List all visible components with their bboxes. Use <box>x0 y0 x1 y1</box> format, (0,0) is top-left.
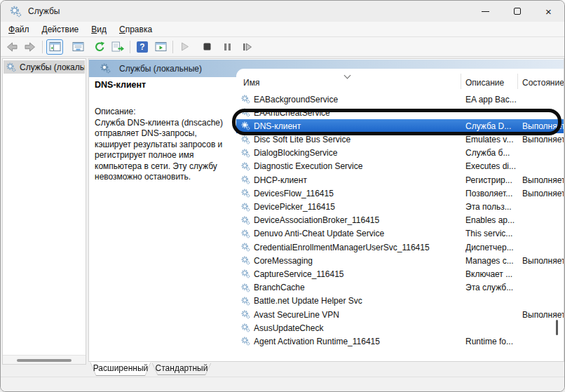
service-status: Выполняется <box>522 256 564 266</box>
menu-help-label: правка <box>125 25 152 34</box>
start-service-button[interactable] <box>177 39 193 55</box>
service-row[interactable]: DeviceAssociationBroker_116415 Enables a… <box>236 214 564 227</box>
service-row[interactable]: CoreMessaging Manages c... Выполняется <box>236 254 564 267</box>
maximize-button[interactable] <box>501 1 533 22</box>
export-list-button[interactable] <box>109 39 126 55</box>
service-description: Служба D... <box>465 121 519 131</box>
forward-button[interactable] <box>22 39 39 55</box>
service-name: CoreMessaging <box>254 256 463 266</box>
menu-action-label: ействие <box>48 25 79 34</box>
refresh-icon <box>94 41 106 53</box>
service-name: AsusUpdateCheck <box>254 323 463 333</box>
service-gear-icon <box>241 323 250 332</box>
service-description: Позволяет... <box>465 189 519 198</box>
service-name: DevicePicker_116415 <box>254 202 463 212</box>
service-row[interactable]: Battle.net Update Helper Svc <box>236 295 564 308</box>
show-console-tree-button[interactable] <box>46 39 63 55</box>
service-row[interactable]: Agent Activation Runtime_116415 Runtime … <box>236 334 564 348</box>
list-column-headers: Имя Описание Состояние <box>236 69 564 93</box>
console-tree-panel: Службы (локальные) <box>2 58 86 365</box>
pause-icon <box>224 43 231 51</box>
services-app-icon <box>10 6 22 18</box>
service-gear-icon <box>241 297 250 306</box>
close-button[interactable]: × <box>533 1 564 22</box>
tab-standard[interactable]: Стандартный <box>152 363 211 374</box>
close-icon: × <box>545 6 552 17</box>
menu-bar: Файл Действие Вид Справка <box>1 22 564 37</box>
pause-service-button[interactable] <box>219 39 236 55</box>
main-panel: Службы (локальные) DNS-клиент Описание: … <box>88 58 564 362</box>
tab-extended-label: Расширенный <box>93 363 149 373</box>
service-row[interactable]: EABackgroundService EA app Bac... <box>236 93 564 106</box>
stop-service-button[interactable] <box>198 39 215 55</box>
service-row[interactable]: Avast SecureLine VPN Выполняется <box>236 308 564 321</box>
back-arrow-icon <box>6 41 18 53</box>
menu-help[interactable]: Справка <box>113 22 158 36</box>
service-rows: EABackgroundService EA app Bac... EAAnti… <box>236 93 564 349</box>
service-name: CredentialEnrollmentManagerUserSvc_11641… <box>254 243 463 252</box>
service-name: DNS-клиент <box>254 121 463 131</box>
menu-file[interactable]: Файл <box>2 22 36 36</box>
properties-icon <box>72 41 84 52</box>
column-header-description[interactable]: Описание <box>465 78 515 88</box>
refresh-button[interactable] <box>91 39 108 55</box>
menu-view[interactable]: Вид <box>85 22 113 36</box>
action-pane-icon <box>155 41 167 52</box>
service-status: Выполняется <box>522 175 564 185</box>
service-description: Эта служб... <box>465 283 519 292</box>
service-gear-icon <box>241 243 250 252</box>
service-description: Runtime fo... <box>465 337 519 346</box>
menu-action[interactable]: Действие <box>36 22 86 36</box>
column-divider[interactable] <box>517 74 518 89</box>
service-name: EABackgroundService <box>254 95 463 104</box>
service-row[interactable]: Disc Soft Lite Bus Service Emulates v...… <box>236 133 564 147</box>
service-row[interactable]: AsusUpdateCheck <box>236 321 564 334</box>
tree-horizontal-scrollbar[interactable] <box>3 355 86 364</box>
service-description: Emulates v... <box>465 135 519 144</box>
service-gear-icon <box>241 135 250 144</box>
service-row[interactable]: DialogBlockingService Служба б... <box>236 147 564 160</box>
service-description: Executes di... <box>465 161 519 171</box>
service-row[interactable]: DHCP-клиент Регистрир... Выполняется <box>236 173 564 187</box>
description-label: Описание: <box>95 107 233 116</box>
back-button[interactable] <box>4 39 20 55</box>
properties-button[interactable] <box>69 39 86 55</box>
service-row[interactable]: Denuvo Anti-Cheat Update Service This se… <box>236 227 564 241</box>
column-divider[interactable] <box>461 74 461 89</box>
menu-file-label: айл <box>15 25 29 34</box>
menu-view-accel: В <box>91 25 97 34</box>
tree-hscroll-thumb[interactable] <box>17 359 72 362</box>
help-icon: ? <box>137 41 148 53</box>
service-gear-icon <box>241 283 250 292</box>
tree-item-services-local[interactable]: Службы (локальные) <box>4 60 85 74</box>
service-row[interactable]: Diagnostic Execution Service Executes di… <box>236 160 564 173</box>
service-row[interactable]: CaptureService_116415 Включает ... <box>236 267 564 281</box>
service-row[interactable]: DevicePicker_116415 Эта польз... <box>236 201 564 214</box>
column-header-status[interactable]: Состояние <box>522 78 564 88</box>
window-title: Службы <box>28 6 60 16</box>
show-action-pane-button[interactable] <box>152 39 169 55</box>
service-name: BranchCache <box>254 283 463 292</box>
service-row[interactable]: CredentialEnrollmentManagerUserSvc_11641… <box>236 241 564 254</box>
service-gear-icon <box>241 203 250 212</box>
list-vscroll-thumb[interactable] <box>556 320 558 335</box>
service-row[interactable]: DNS-клиент Служба D... Выполняется <box>236 119 564 133</box>
service-name: Denuvo Anti-Cheat Update Service <box>254 229 463 238</box>
service-description: Включает ... <box>465 269 519 279</box>
service-gear-icon <box>241 189 250 198</box>
service-row[interactable]: BranchCache Эта служб... <box>236 281 564 295</box>
column-header-name[interactable]: Имя <box>243 78 454 88</box>
restart-service-button[interactable] <box>239 39 256 55</box>
tab-extended[interactable]: Расширенный <box>90 362 151 375</box>
service-gear-icon <box>241 175 250 184</box>
help-button[interactable]: ? <box>134 39 151 55</box>
status-strip <box>1 377 564 392</box>
service-status: Выполняется <box>522 121 564 131</box>
service-row[interactable]: DevicesFlow_116415 Позволяет... Выполняе… <box>236 187 564 200</box>
service-row[interactable]: EAAntiCheatService <box>236 106 564 119</box>
minimize-button[interactable] <box>470 1 501 22</box>
service-status: Выполняется <box>522 135 564 144</box>
service-name: DevicesFlow_116415 <box>254 189 463 198</box>
service-gear-icon <box>241 337 250 346</box>
view-tabs: Расширенный Стандартный <box>88 362 564 376</box>
